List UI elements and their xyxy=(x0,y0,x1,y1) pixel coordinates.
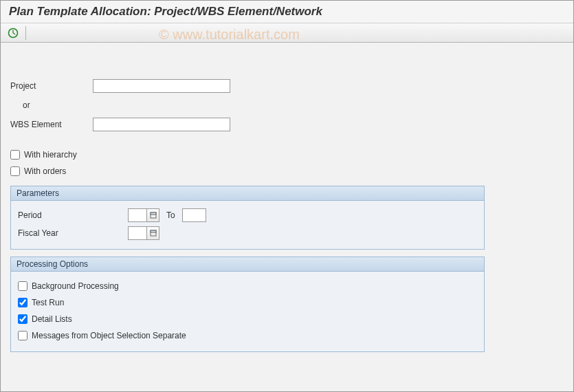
with-orders-label: With orders xyxy=(24,166,66,176)
background-processing-checkbox[interactable] xyxy=(18,281,27,291)
fiscal-year-f4-button[interactable] xyxy=(147,226,159,240)
content-area: Project or WBS Element With hierarchy Wi… xyxy=(1,43,573,364)
period-from-f4-button[interactable] xyxy=(147,208,159,222)
with-hierarchy-checkbox[interactable] xyxy=(10,150,20,160)
with-orders-checkbox[interactable] xyxy=(10,166,20,176)
period-to-input[interactable] xyxy=(182,208,206,222)
fiscal-year-input[interactable] xyxy=(128,226,147,240)
project-input[interactable] xyxy=(93,79,230,93)
processing-options-body: Background Processing Test Run Detail Li… xyxy=(11,272,484,351)
test-run-row: Test Run xyxy=(18,295,477,310)
processing-options-header: Processing Options xyxy=(11,257,484,272)
test-run-label: Test Run xyxy=(32,298,64,307)
page-title: Plan Template Allocation: Project/WBS El… xyxy=(1,1,573,23)
to-label: To xyxy=(166,210,175,220)
parameters-group: Parameters Period To Fiscal Year xyxy=(10,186,485,250)
fiscal-year-wrapper xyxy=(128,226,159,240)
or-row: or xyxy=(10,96,564,114)
with-hierarchy-label: With hierarchy xyxy=(24,150,77,160)
period-label: Period xyxy=(18,210,128,220)
wbs-label: WBS Element xyxy=(10,120,93,129)
svg-rect-4 xyxy=(151,213,156,215)
execute-icon[interactable] xyxy=(6,26,20,40)
wbs-element-input[interactable] xyxy=(93,118,230,131)
with-hierarchy-row: With hierarchy xyxy=(10,147,564,162)
search-help-icon xyxy=(150,230,157,237)
fiscal-year-row: Fiscal Year xyxy=(18,224,477,242)
or-label: or xyxy=(10,100,93,110)
detail-lists-row: Detail Lists xyxy=(18,312,477,327)
messages-separate-label: Messages from Object Selection Separate xyxy=(32,331,186,340)
svg-rect-6 xyxy=(151,230,156,232)
background-processing-row: Background Processing xyxy=(18,279,477,294)
messages-separate-checkbox[interactable] xyxy=(18,331,27,340)
svg-line-2 xyxy=(13,33,15,34)
toolbar xyxy=(1,23,573,43)
period-from-wrapper xyxy=(128,208,159,222)
period-from-input[interactable] xyxy=(128,208,147,222)
with-orders-row: With orders xyxy=(10,164,564,179)
project-label: Project xyxy=(10,81,93,91)
processing-options-group: Processing Options Background Processing… xyxy=(10,257,485,352)
parameters-header: Parameters xyxy=(11,186,484,201)
parameters-body: Period To Fiscal Year xyxy=(11,201,484,249)
detail-lists-checkbox[interactable] xyxy=(18,314,27,324)
detail-lists-label: Detail Lists xyxy=(32,314,72,324)
messages-separate-row: Messages from Object Selection Separate xyxy=(18,328,477,343)
search-help-icon xyxy=(150,212,157,219)
test-run-checkbox[interactable] xyxy=(18,298,27,307)
project-row: Project xyxy=(10,77,564,95)
wbs-row: WBS Element xyxy=(10,116,564,133)
background-processing-label: Background Processing xyxy=(32,281,119,291)
fiscal-year-label: Fiscal Year xyxy=(18,228,128,238)
period-row: Period To xyxy=(18,206,477,224)
toolbar-divider xyxy=(25,26,26,40)
